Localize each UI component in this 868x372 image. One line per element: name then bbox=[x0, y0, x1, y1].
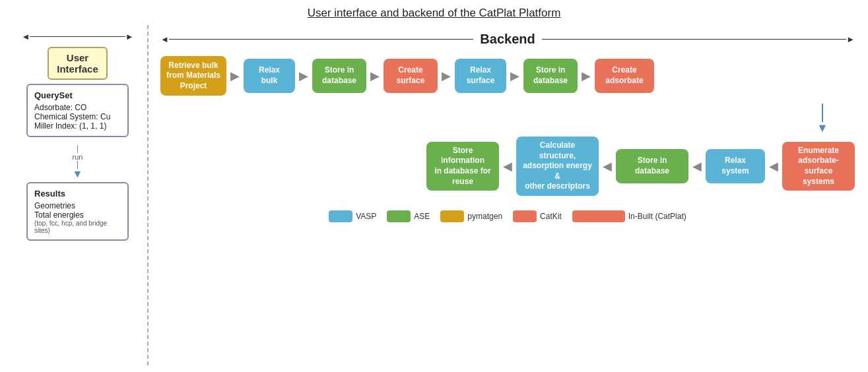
results-line3: (top, fcc, hcp, and bridge sites) bbox=[34, 220, 121, 234]
legend-catkit-label: CatKit bbox=[540, 212, 562, 221]
arrow-r1: ◀ bbox=[769, 159, 778, 173]
legend-catkit: CatKit bbox=[513, 210, 562, 222]
legend-pymatgen-swatch bbox=[440, 210, 464, 222]
arrow-r4: ◀ bbox=[503, 159, 512, 173]
legend-ase: ASE bbox=[387, 210, 430, 222]
legend-inbuilt-label: In-Built (CatPlat) bbox=[628, 212, 686, 221]
flow-row-1: Retrieve bulk from Materials Project ▶ R… bbox=[160, 56, 855, 96]
legend-vasp: VASP bbox=[329, 210, 376, 222]
queryset-box: QuerySet Adsorbate: CO Chemical System: … bbox=[26, 84, 129, 137]
results-box: Results Geometries Total energies (top, … bbox=[26, 182, 129, 241]
results-line2: Total energies bbox=[34, 210, 121, 220]
flow-box-relax-surface: Relax surface bbox=[455, 59, 506, 93]
arrow-2: ▶ bbox=[299, 69, 308, 83]
legend-pymatgen-label: pymatgen bbox=[467, 212, 502, 221]
arrow-1: ▶ bbox=[230, 69, 240, 83]
legend-inbuilt-swatch bbox=[572, 210, 625, 222]
run-arrow: run ▼ bbox=[73, 145, 83, 179]
results-title: Results bbox=[34, 189, 121, 199]
legend-vasp-label: VASP bbox=[356, 212, 376, 221]
arrow-4: ▶ bbox=[442, 69, 451, 83]
queryset-miller-index: Miller Index: (1, 1, 1) bbox=[34, 121, 121, 131]
legend-ase-label: ASE bbox=[414, 212, 430, 221]
vertical-down-arrow: ▼ bbox=[793, 104, 852, 134]
flow-area: Retrieve bulk from Materials Project ▶ R… bbox=[160, 56, 855, 204]
flow-columns: Retrieve bulk from Materials Project ▶ R… bbox=[160, 56, 855, 204]
flow-box-store-db-2: Store in database bbox=[523, 59, 578, 93]
legend-row: VASP ASE pymatgen CatKit In-Built (CatPl… bbox=[160, 210, 855, 222]
legend-vasp-swatch bbox=[329, 210, 352, 222]
flow-box-store-db-3: Store in database bbox=[616, 149, 688, 183]
panel-divider bbox=[147, 25, 149, 365]
legend-catkit-swatch bbox=[513, 210, 537, 222]
flow-box-relax-system: Relax system bbox=[706, 149, 765, 183]
flow-box-relax-bulk: Relax bulk bbox=[244, 59, 295, 93]
legend-pymatgen: pymatgen bbox=[440, 210, 502, 222]
arrow-5: ▶ bbox=[510, 69, 519, 83]
flow-box-store-db-1: Store in database bbox=[312, 59, 366, 93]
arrow-r2: ◀ bbox=[692, 159, 702, 173]
legend-ase-swatch bbox=[387, 210, 411, 222]
vertical-down-row: ▼ bbox=[160, 104, 855, 134]
flow-box-enumerate: Enumerate adsorbate-surface systems bbox=[782, 142, 855, 191]
queryset-chemical-system: Chemical System: Cu bbox=[34, 112, 121, 121]
run-label: run bbox=[73, 153, 83, 161]
queryset-adsorbate: Adsorbate: CO bbox=[34, 103, 121, 112]
legend-inbuilt: In-Built (CatPlat) bbox=[572, 210, 686, 222]
arrow-6: ▶ bbox=[582, 69, 591, 83]
flow-box-store-info: Store information in database for reuse bbox=[426, 142, 499, 191]
page-title: User interface and backend of the CatPla… bbox=[13, 7, 855, 20]
flow-row-2: Enumerate adsorbate-surface systems ◀ Re… bbox=[160, 137, 855, 196]
flow-box-retrieve-bulk: Retrieve bulk from Materials Project bbox=[160, 56, 226, 96]
queryset-title: QuerySet bbox=[34, 90, 121, 100]
arrow-r3: ◀ bbox=[603, 159, 612, 173]
results-line1: Geometries bbox=[34, 201, 121, 210]
flow-box-calculate: Calculate structure, adsorption energy &… bbox=[516, 137, 599, 196]
arrow-3: ▶ bbox=[370, 69, 380, 83]
backend-title: Backend bbox=[480, 32, 535, 47]
ui-panel-label: User Interface bbox=[48, 47, 108, 80]
backend-header: ◄ Backend ► bbox=[160, 32, 855, 47]
content-area: ◄ ► User Interface QuerySet Adsorbate: C… bbox=[13, 25, 855, 365]
backend-panel: ◄ Backend ► Retrieve bulk from Materials… bbox=[154, 25, 855, 365]
main-container: User interface and backend of the CatPla… bbox=[0, 0, 868, 372]
ui-panel: ◄ ► User Interface QuerySet Adsorbate: C… bbox=[13, 25, 142, 365]
flow-box-create-surface: Create surface bbox=[384, 59, 438, 93]
flow-box-create-adsorbate: Create adsorbate bbox=[595, 59, 654, 93]
